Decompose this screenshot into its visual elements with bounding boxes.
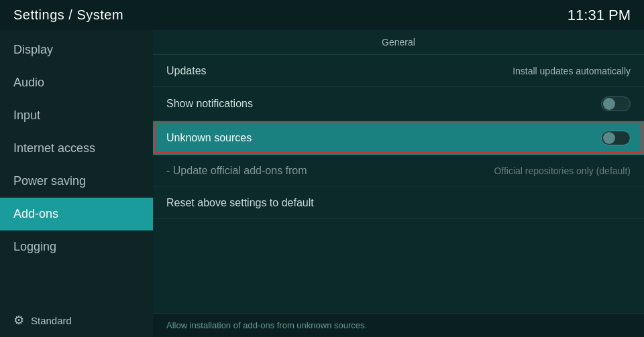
sidebar-item-audio[interactable]: Audio <box>0 66 153 99</box>
sidebar-item-logging[interactable]: Logging <box>0 230 153 263</box>
settings-row-update-addons-from: - Update official add-ons fromOfficial r… <box>153 155 644 187</box>
sidebar-footer: ⚙ Standard <box>0 304 153 337</box>
sidebar-item-power-saving[interactable]: Power saving <box>0 165 153 198</box>
toggle-show-notifications[interactable] <box>601 96 631 111</box>
row-label-unknown-sources: Unknown sources <box>166 132 252 144</box>
main-content: DisplayAudioInputInternet accessPower sa… <box>0 30 644 337</box>
sidebar: DisplayAudioInputInternet accessPower sa… <box>0 30 153 337</box>
content-footer: Allow installation of add-ons from unkno… <box>153 313 644 337</box>
settings-row-unknown-sources[interactable]: Unknown sources <box>153 121 644 155</box>
section-header: General <box>153 30 644 55</box>
row-label-show-notifications: Show notifications <box>166 98 253 110</box>
row-label-update-addons-from: - Update official add-ons from <box>166 165 307 177</box>
settings-row-reset-settings[interactable]: Reset above settings to default <box>153 187 644 219</box>
clock: 11:31 PM <box>568 7 631 24</box>
gear-icon: ⚙ <box>13 313 24 328</box>
app-header: Settings / System 11:31 PM <box>0 0 644 30</box>
sidebar-item-input[interactable]: Input <box>0 99 153 132</box>
row-label-updates: Updates <box>166 65 207 77</box>
row-value-updates: Install updates automatically <box>513 66 631 76</box>
content-area: General UpdatesInstall updates automatic… <box>153 30 644 337</box>
content-main: General UpdatesInstall updates automatic… <box>153 30 644 313</box>
settings-row-show-notifications[interactable]: Show notifications <box>153 87 644 121</box>
row-label-reset-settings: Reset above settings to default <box>166 197 314 209</box>
row-value-update-addons-from: Official repositories only (default) <box>494 165 631 176</box>
toggle-unknown-sources[interactable] <box>601 131 631 145</box>
sidebar-item-add-ons[interactable]: Add-ons <box>0 198 153 230</box>
settings-row-updates: UpdatesInstall updates automatically <box>153 55 644 87</box>
sidebar-footer-label: Standard <box>31 315 72 326</box>
page-title: Settings / System <box>13 7 123 23</box>
sidebar-item-display[interactable]: Display <box>0 33 153 66</box>
sidebar-item-internet-access[interactable]: Internet access <box>0 132 153 165</box>
